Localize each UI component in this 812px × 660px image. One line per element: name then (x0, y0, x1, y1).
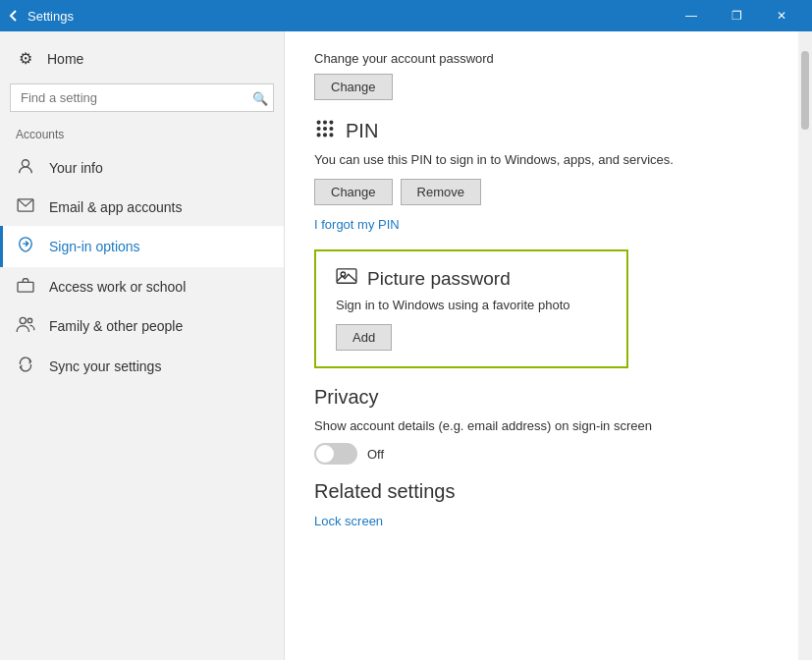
svg-point-13 (330, 134, 333, 137)
sidebar-item-family-other-people[interactable]: Family & other people (0, 306, 284, 346)
toggle-knob (316, 445, 334, 463)
svg-point-10 (330, 128, 333, 131)
content-area: Change your account password Change (285, 31, 798, 660)
window-title: Settings (27, 9, 669, 24)
change-password-button[interactable]: Change (314, 74, 393, 100)
sidebar-item-sync-settings[interactable]: Sync your settings (0, 346, 284, 387)
svg-point-8 (317, 128, 320, 131)
your-info-icon (16, 157, 35, 179)
password-section-label: Change your account password (314, 51, 769, 66)
svg-point-3 (20, 317, 26, 323)
sidebar-item-sign-in-options[interactable]: Sign-in options (0, 226, 284, 267)
toggle-label: Off (367, 447, 384, 462)
search-box: 🔍 (10, 83, 274, 112)
privacy-description: Show account details (e.g. email address… (314, 418, 769, 433)
svg-rect-2 (18, 282, 33, 292)
main-layout: ⚙ Home 🔍 Accounts Your info (0, 31, 812, 660)
picture-password-add-button[interactable]: Add (336, 324, 392, 351)
svg-point-0 (22, 160, 28, 167)
close-button[interactable]: ✕ (759, 0, 804, 31)
svg-point-11 (317, 134, 320, 137)
picture-password-box: Picture password Sign in to Windows usin… (314, 249, 628, 368)
sidebar: ⚙ Home 🔍 Accounts Your info (0, 31, 285, 660)
email-icon (16, 198, 35, 216)
sidebar-item-your-info[interactable]: Your info (0, 147, 284, 189)
svg-point-6 (324, 121, 327, 124)
pin-description: You can use this PIN to sign in to Windo… (314, 152, 769, 167)
sync-icon (16, 356, 35, 377)
svg-point-9 (324, 128, 327, 131)
sidebar-item-email-app-accounts[interactable]: Email & app accounts (0, 189, 284, 226)
lock-screen-link[interactable]: Lock screen (314, 514, 383, 528)
work-icon (16, 277, 35, 297)
window-controls: — ❒ ✕ (669, 0, 804, 31)
access-work-label: Access work or school (49, 279, 186, 295)
home-label: Home (47, 51, 83, 67)
sync-label: Sync your settings (49, 358, 161, 374)
sign-in-icon (16, 236, 35, 257)
picture-password-desc: Sign in to Windows using a favorite phot… (336, 298, 607, 312)
email-app-label: Email & app accounts (49, 199, 182, 215)
your-info-label: Your info (49, 160, 103, 176)
sidebar-item-home[interactable]: ⚙ Home (0, 39, 284, 78)
svg-point-12 (324, 134, 327, 137)
maximize-button[interactable]: ❒ (714, 0, 759, 31)
pin-change-button[interactable]: Change (314, 179, 393, 205)
related-settings-title: Related settings (314, 480, 769, 503)
svg-point-4 (27, 318, 31, 322)
privacy-title: Privacy (314, 386, 769, 409)
pin-title: PIN (346, 120, 378, 142)
title-bar: Settings — ❒ ✕ (0, 0, 812, 31)
search-icon: 🔍 (252, 90, 268, 105)
back-button[interactable] (8, 10, 20, 22)
pin-header: PIN (314, 118, 769, 144)
minimize-button[interactable]: — (669, 0, 714, 31)
picture-password-icon (336, 267, 357, 290)
family-label: Family & other people (49, 318, 183, 334)
scrollbar-track[interactable] (798, 31, 812, 660)
pin-remove-button[interactable]: Remove (401, 179, 481, 205)
svg-point-5 (317, 121, 320, 124)
privacy-toggle[interactable] (314, 443, 357, 465)
picture-password-title: Picture password (367, 268, 511, 290)
search-input[interactable] (10, 83, 274, 112)
picture-password-header: Picture password (336, 267, 607, 290)
forgot-pin-link[interactable]: I forgot my PIN (314, 217, 400, 232)
privacy-toggle-row: Off (314, 443, 769, 465)
family-icon (16, 316, 35, 336)
svg-point-7 (330, 121, 333, 124)
sidebar-section-label: Accounts (0, 124, 284, 147)
scrollbar-thumb[interactable] (801, 51, 809, 130)
home-icon: ⚙ (16, 49, 35, 68)
sign-in-options-label: Sign-in options (49, 239, 140, 254)
pin-icon (314, 118, 336, 144)
sidebar-item-access-work-school[interactable]: Access work or school (0, 267, 284, 306)
